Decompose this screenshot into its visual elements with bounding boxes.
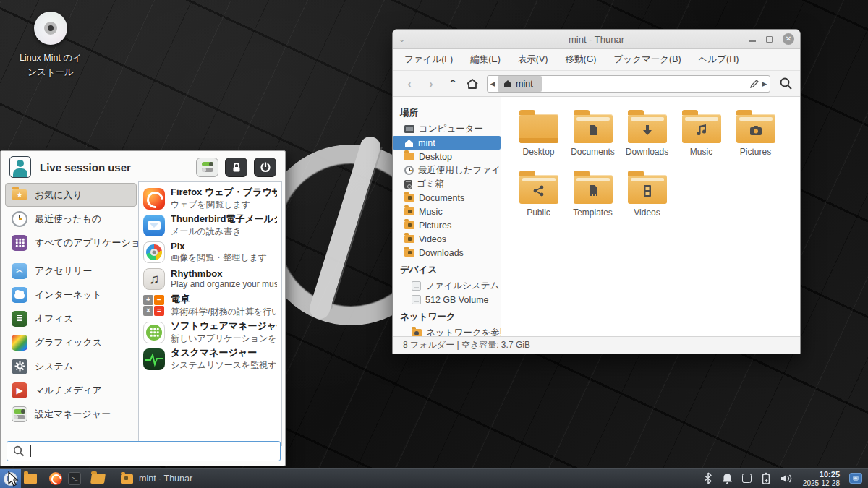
app-thunderbird[interactable]: Thunderbird電子メールクラ… メールの読み書き xyxy=(139,212,281,239)
power-manager-icon[interactable] xyxy=(761,472,771,484)
home-small-icon xyxy=(503,80,512,87)
back-button[interactable]: ‹ xyxy=(400,77,419,90)
status-text: 8 フォルダー | 空き容量: 3.7 GiB xyxy=(403,339,530,351)
logout-button[interactable] xyxy=(254,158,276,177)
menu-view[interactable]: 表示(V) xyxy=(518,53,548,66)
firefox-icon xyxy=(49,472,62,485)
desktop-icon-label: Linux Mint のイ ンストール xyxy=(10,51,91,80)
search-icon[interactable] xyxy=(779,77,793,90)
forward-button[interactable]: › xyxy=(422,77,441,90)
sidebar-item-videos[interactable]: Videos xyxy=(399,232,501,246)
file-downloads[interactable]: Downloads xyxy=(620,106,674,166)
settings-button[interactable] xyxy=(196,158,218,177)
path-segment-mint[interactable]: mint xyxy=(498,76,542,92)
downloads-folder-icon xyxy=(628,114,667,143)
file-desktop[interactable]: Desktop xyxy=(511,106,566,166)
sidebar-item-downloads[interactable]: Downloads xyxy=(399,246,501,260)
app-calculator[interactable]: + − × = 電卓 算術/科学/財務の計算を行い… xyxy=(139,292,281,319)
sidebar-item-browse-network[interactable]: ネットワークを参照 xyxy=(399,326,501,336)
app-list: Firefox ウェブ・ブラウザ ウェブを閲覧します Thunderbird電子… xyxy=(138,181,282,446)
bluetooth-icon[interactable] xyxy=(704,472,712,484)
up-button[interactable]: ⌃ xyxy=(443,77,462,90)
menu-edit[interactable]: 編集(E) xyxy=(470,53,501,66)
templates-folder-icon xyxy=(574,175,613,204)
category-graphics[interactable]: グラフィックス xyxy=(5,330,137,354)
screenshot-camera-icon[interactable] xyxy=(849,473,862,484)
file-pictures[interactable]: Pictures xyxy=(728,106,783,166)
app-firefox[interactable]: Firefox ウェブ・ブラウザ ウェブを閲覧します xyxy=(139,185,281,212)
app-rhythmbox[interactable]: ♫ Rhythmbox Play and organize your music… xyxy=(139,265,281,292)
sidebar-item-recent[interactable]: 最近使用したファイル xyxy=(399,163,501,177)
app-task-manager[interactable]: タスクマネージャー システムリソースを監視する… xyxy=(139,346,281,372)
sidebar-item-filesystem[interactable]: ファイルシステム xyxy=(399,279,501,293)
nav-all-applications[interactable]: すべてのアプリケーション xyxy=(5,231,137,254)
volume-icon[interactable] xyxy=(780,473,793,484)
titlebar[interactable]: ⌄ mint - Thunar ✕ xyxy=(393,30,800,49)
menu-file[interactable]: ファイル(F) xyxy=(404,53,453,66)
menu-help[interactable]: ヘルプ(H) xyxy=(699,53,739,66)
path-scroll-right-icon[interactable]: ▶ xyxy=(760,80,770,87)
file-manager-launcher[interactable] xyxy=(21,469,40,488)
minimize-button[interactable] xyxy=(749,40,756,42)
trash-icon xyxy=(404,180,412,189)
file-public[interactable]: Public xyxy=(511,166,566,227)
edit-path-pencil-icon[interactable] xyxy=(749,79,760,89)
path-scroll-left-icon[interactable]: ◀ xyxy=(488,80,498,87)
sidebar-item-desktop[interactable]: Desktop xyxy=(399,150,501,163)
cloud-icon xyxy=(12,287,27,303)
firefox-launcher[interactable] xyxy=(46,469,65,488)
terminal-launcher[interactable]: >_ xyxy=(65,469,84,488)
category-system[interactable]: システム xyxy=(5,354,137,378)
file-documents[interactable]: Documents xyxy=(566,106,620,166)
file-music[interactable]: Music xyxy=(674,106,728,166)
category-accessories[interactable]: ✂ アクセサリー xyxy=(5,259,137,283)
places-open-folder-icon[interactable] xyxy=(91,474,105,484)
sidebar-item-mint-home[interactable]: mint xyxy=(393,136,501,150)
computer-icon xyxy=(404,125,414,133)
firefox-icon xyxy=(143,188,165,210)
category-multimedia[interactable]: ▶ マルチメディア xyxy=(5,378,137,402)
menu-go[interactable]: 移動(G) xyxy=(565,53,596,66)
workspace-tray-icon[interactable] xyxy=(742,474,752,483)
home-button[interactable] xyxy=(465,77,480,90)
separator xyxy=(43,473,43,484)
taskbar-window-button[interactable]: mint - Thunar xyxy=(115,469,198,488)
close-button[interactable]: ✕ xyxy=(783,33,794,45)
file-videos[interactable]: Videos xyxy=(620,166,674,227)
sidebar-item-volume[interactable]: 512 GB Volume xyxy=(399,293,501,307)
app-software-manager[interactable]: ソフトウェアマネージャー 新しいアプリケーションをイ… xyxy=(139,319,281,346)
file-pane[interactable]: Desktop Documents Downloads xyxy=(501,97,800,336)
desktop-icon-install-linux-mint[interactable]: Linux Mint のイ ンストール xyxy=(10,12,91,80)
sidebar-item-documents[interactable]: Documents xyxy=(399,191,501,205)
clock[interactable]: 10:25 2025-12-28 xyxy=(803,470,840,487)
menu-search-box[interactable] xyxy=(7,441,281,461)
category-settings-manager[interactable]: 設定マネージャー xyxy=(5,402,137,426)
sidebar-item-pictures[interactable]: Pictures xyxy=(399,218,501,232)
sidebar-item-trash[interactable]: ゴミ箱 xyxy=(399,177,501,191)
category-office[interactable]: オフィス xyxy=(5,307,137,330)
toggles-icon xyxy=(202,162,213,172)
category-internet[interactable]: インターネット xyxy=(5,283,137,307)
scissors-icon: ✂ xyxy=(12,263,27,279)
whisker-menu: Live session user xyxy=(0,150,286,466)
lock-screen-button[interactable] xyxy=(225,158,247,177)
public-folder-icon xyxy=(519,175,558,204)
documents-folder-icon xyxy=(574,114,613,143)
drive-icon xyxy=(412,281,421,291)
sidebar-item-computer[interactable]: コンピューター xyxy=(399,122,501,136)
app-pix[interactable]: Pix 画像を閲覧・整理します xyxy=(139,239,281,265)
nav-recent[interactable]: 最近使ったもの xyxy=(5,207,137,231)
home-icon xyxy=(404,139,414,147)
music-folder-icon xyxy=(404,207,414,215)
user-avatar[interactable] xyxy=(9,156,31,178)
notifications-bell-icon[interactable] xyxy=(722,473,733,484)
gear-icon xyxy=(12,359,27,374)
sidebar-item-music[interactable]: Music xyxy=(399,205,501,218)
menu-bookmarks[interactable]: ブックマーク(B) xyxy=(614,53,681,66)
rhythmbox-icon: ♫ xyxy=(143,268,165,290)
nav-favorites[interactable]: お気に入り xyxy=(5,183,137,207)
path-bar[interactable]: ◀ mint ▶ xyxy=(487,75,770,93)
file-templates[interactable]: Templates xyxy=(566,166,620,227)
maximize-button[interactable] xyxy=(766,36,773,43)
downloads-folder-icon xyxy=(404,249,414,257)
